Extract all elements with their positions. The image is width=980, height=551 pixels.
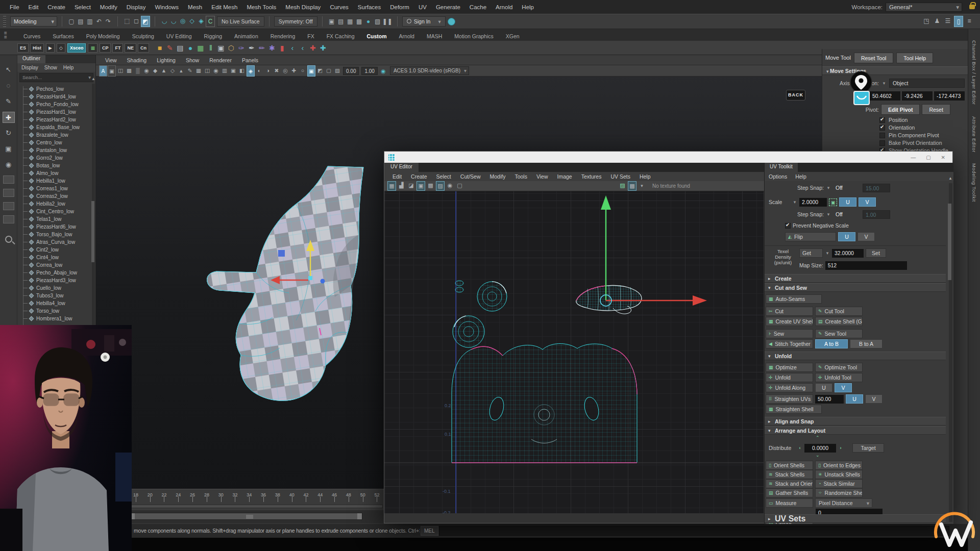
menu-item[interactable]: Edit Mesh: [207, 4, 242, 10]
viewport-menu-item[interactable]: Renderer: [205, 57, 236, 63]
outliner-item[interactable]: Torso_low: [17, 307, 95, 315]
viewport-menu-item[interactable]: Panels: [238, 57, 262, 63]
hypershade-icon[interactable]: ●: [364, 16, 373, 27]
timeline-tick[interactable]: 22: [157, 489, 172, 507]
layout-two-pane-button[interactable]: [3, 189, 14, 197]
menu-item[interactable]: Curves: [325, 4, 353, 10]
timeline-tick[interactable]: 46: [327, 489, 341, 507]
light-editor-icon[interactable]: ▧: [373, 16, 382, 27]
right-dock-tab[interactable]: Channel Box / Layer Editor: [971, 40, 977, 105]
isolate-icon[interactable]: ✖: [273, 65, 281, 77]
safe-action-icon[interactable]: ▴: [177, 65, 185, 77]
shelf-xsceo-button[interactable]: Xsceo: [67, 43, 86, 53]
outliner-item[interactable]: Centro_low: [17, 139, 95, 146]
outliner-item[interactable]: Tubos3_low: [17, 292, 95, 299]
timeline-tick[interactable]: 28: [200, 489, 214, 507]
sew-button[interactable]: ⊦Sew: [766, 329, 813, 338]
grip-handle-icon[interactable]: [3, 16, 6, 27]
stack-shells-button[interactable]: ≋Stack Shells: [766, 470, 813, 479]
scale-v-button[interactable]: V: [859, 197, 876, 207]
uv-editor-window[interactable]: — ▢ ✕ UV Editor EditCreateSelectCut/SewM…: [384, 151, 953, 523]
uv-texture-icon[interactable]: ▨: [436, 181, 445, 191]
prevent-negative-scale-checkbox[interactable]: [785, 223, 791, 229]
menu-item[interactable]: Mesh Display: [281, 4, 325, 10]
timeline-tick[interactable]: 20: [143, 489, 157, 507]
spinner-down-icon[interactable]: ⌄: [816, 453, 820, 458]
timeline-tick[interactable]: 36: [256, 489, 271, 507]
outliner-item[interactable]: Pantalon_low: [17, 146, 95, 154]
stack-similar-button[interactable]: ◔Stack Similar: [815, 479, 863, 488]
account-badge-icon[interactable]: [448, 18, 455, 26]
uv-checker-icon[interactable]: ▩: [426, 181, 435, 191]
live-surface-field[interactable]: No Live Surface: [217, 16, 264, 27]
randomize-shells-button[interactable]: ⁘Randomize Shells: [815, 488, 863, 497]
xray-icon[interactable]: ◈: [247, 65, 255, 77]
gate-mask-icon[interactable]: ▲: [160, 65, 168, 77]
range-slider[interactable]: [96, 510, 384, 523]
undo-icon[interactable]: ↶: [94, 16, 104, 27]
colorspace-dropdown[interactable]: ACES 1.0 SDR-video (sRGB): [390, 66, 469, 75]
uv-menu-item[interactable]: Select: [432, 173, 455, 180]
axis-orientation-dropdown[interactable]: Object: [889, 79, 965, 88]
paint-select-tool-icon[interactable]: ✎: [3, 96, 15, 107]
menu-item[interactable]: Help: [517, 4, 538, 10]
menu-item[interactable]: Generate: [431, 4, 465, 10]
sphere-icon[interactable]: ●: [186, 43, 195, 53]
pivot-coordinate-field[interactable]: -9.2426: [902, 91, 933, 101]
shelf-tab[interactable]: Motion Graphics: [448, 32, 499, 41]
outliner-item[interactable]: Atras_Curva_low: [17, 238, 95, 246]
outliner-item[interactable]: Almo_low: [17, 169, 95, 177]
outliner-item[interactable]: Cint_Centro_low: [17, 208, 95, 215]
outliner-tab[interactable]: Outliner: [17, 55, 95, 63]
select-hierarchy-icon[interactable]: ⬚: [122, 16, 132, 27]
shelf-tab[interactable]: Surfaces: [46, 32, 80, 41]
timeline-tick[interactable]: 30: [214, 489, 228, 507]
uv-toolkit-menu-item[interactable]: Options: [769, 173, 787, 180]
edit-pivot-button[interactable]: Edit Pivot: [881, 104, 920, 115]
checkbox-pin-component-pivot[interactable]: Pin Component Pivot: [879, 132, 968, 138]
unfold-tool-button[interactable]: ✛Unfold Tool: [815, 373, 863, 382]
outliner-search-input[interactable]: Search...: [19, 73, 93, 82]
outliner-scrollbar[interactable]: [92, 84, 95, 349]
shelf-tab[interactable]: XGen: [500, 32, 526, 41]
uv-toolkit-menu-item[interactable]: Help: [795, 173, 806, 180]
outliner-menu-item[interactable]: Display: [21, 65, 38, 70]
outliner-item[interactable]: Espalda_Base_low: [17, 123, 95, 131]
caret-icon[interactable]: ▾: [825, 251, 830, 256]
clapperboard-icon[interactable]: ▤: [176, 43, 185, 53]
increment-icon[interactable]: ›: [838, 445, 843, 450]
outliner-item[interactable]: Correas2_low: [17, 192, 95, 200]
shelf-button[interactable]: Cn: [138, 43, 149, 53]
uv-border-icon[interactable]: ▣: [416, 181, 425, 191]
create-uv-shell-button[interactable]: ▦Create UV Shell: [766, 317, 813, 326]
time-slider[interactable]: 182022242628303234363840424446485052: [96, 489, 384, 510]
texel-set-button[interactable]: Set: [866, 248, 886, 258]
uv-menu-item[interactable]: Edit: [388, 173, 406, 180]
uv-menu-item[interactable]: UV Sets: [606, 173, 634, 180]
channelbox-lines-icon[interactable]: ☰: [943, 16, 952, 27]
auto-seams-button[interactable]: ▦Auto-Seams: [766, 294, 822, 304]
grid-icon[interactable]: ▦: [196, 43, 205, 53]
flip-button[interactable]: ◭Flip: [785, 232, 836, 241]
pivot-coordinate-field[interactable]: 50.4602: [870, 91, 900, 101]
shadows-icon[interactable]: ▣: [229, 65, 237, 77]
section-arrange-and-layout[interactable]: Arrange and Layout: [765, 426, 946, 435]
red-bar-icon[interactable]: ▮: [278, 43, 287, 53]
uv-canvas[interactable]: 0.2 0.1 -0.1 -0.2: [384, 191, 764, 513]
outliner-item[interactable]: Botas_low: [17, 162, 95, 169]
timeline-tick[interactable]: 52: [370, 489, 384, 507]
star-icon[interactable]: ✱: [267, 43, 277, 53]
straighten-u-button[interactable]: U: [846, 394, 863, 404]
texel-density-field[interactable]: 32.0000: [832, 249, 864, 258]
stack-and-orient-button[interactable]: ≋Stack and Orient: [766, 479, 813, 488]
right-dock-tab[interactable]: Modeling Toolkit: [971, 163, 977, 202]
window-icon[interactable]: ▣: [216, 43, 226, 53]
wireframe-icon[interactable]: ▦: [194, 65, 203, 77]
outliner-item[interactable]: Hombrera1_low: [17, 315, 95, 322]
caret-icon[interactable]: ▾: [826, 185, 831, 190]
render-settings-icon[interactable]: ▩: [355, 16, 364, 27]
uv-menu-item[interactable]: Image: [553, 173, 576, 180]
command-line-language-toggle[interactable]: MEL: [421, 526, 438, 536]
step-snap-mode[interactable]: Off: [833, 184, 861, 192]
menu-item[interactable]: Surfaces: [353, 4, 385, 10]
